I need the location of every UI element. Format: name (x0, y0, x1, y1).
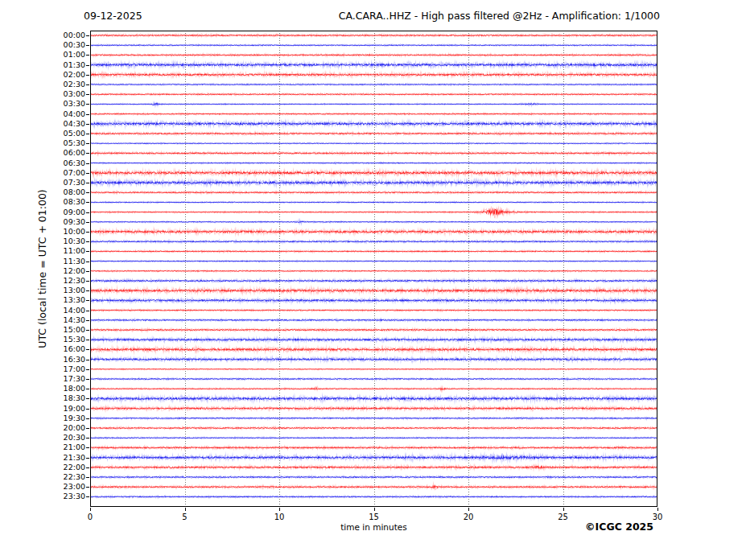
y-tick-mark (86, 143, 89, 144)
y-tick-mark (86, 496, 89, 497)
y-tick-mark (86, 300, 89, 301)
y-tick-label: 19:00 (29, 405, 85, 413)
y-tick-mark (86, 340, 89, 340)
y-tick-mark (86, 477, 89, 478)
y-tick-label: 12:30 (29, 277, 85, 285)
y-tick-label: 00:30 (29, 41, 85, 49)
y-tick-mark (86, 251, 89, 252)
x-tick-mark (374, 508, 375, 511)
y-tick-mark (86, 369, 89, 370)
y-tick-mark (86, 389, 89, 389)
x-tick-label: 5 (173, 513, 197, 521)
y-tick-mark (86, 379, 89, 380)
y-tick-label: 01:00 (29, 51, 85, 59)
y-tick-mark (86, 35, 89, 36)
x-tick-mark (657, 508, 658, 511)
y-tick-label: 07:30 (29, 179, 85, 187)
y-tick-mark (86, 320, 89, 321)
y-tick-label: 02:00 (29, 71, 85, 79)
y-tick-label: 04:30 (29, 120, 85, 128)
x-tick-label: 10 (267, 513, 291, 521)
y-tick-label: 10:30 (29, 237, 85, 245)
x-tick-mark (185, 508, 186, 511)
plot-title: CA.CARA..HHZ - High pass filtered @2Hz -… (339, 10, 660, 22)
y-tick-mark (86, 271, 89, 272)
y-tick-label: 22:30 (29, 473, 85, 481)
x-tick-label: 20 (456, 513, 480, 521)
y-tick-mark (86, 94, 89, 95)
x-axis-label: time in minutes (90, 522, 657, 532)
y-tick-label: 16:30 (29, 356, 85, 364)
y-tick-label: 13:30 (29, 296, 85, 304)
x-tick-label: 0 (78, 513, 102, 521)
y-tick-mark (86, 55, 89, 56)
y-tick-label: 22:00 (29, 463, 85, 471)
y-tick-label: 08:30 (29, 198, 85, 206)
y-tick-mark (86, 202, 89, 203)
date-label: 09-12-2025 (84, 10, 142, 22)
y-tick-label: 18:00 (29, 385, 85, 393)
y-tick-label: 02:30 (29, 80, 85, 89)
y-tick-label: 17:30 (29, 375, 85, 383)
y-tick-mark (86, 458, 89, 459)
y-tick-mark (86, 447, 89, 448)
y-tick-mark (86, 124, 89, 125)
y-tick-label: 10:00 (29, 228, 85, 236)
y-tick-label: 01:30 (29, 61, 85, 69)
y-tick-mark (86, 232, 89, 233)
copyright-label: ©ICGC 2025 (585, 521, 653, 533)
y-tick-label: 07:00 (29, 169, 85, 177)
y-tick-label: 18:30 (29, 394, 85, 402)
y-tick-mark (86, 183, 89, 183)
y-tick-label: 00:00 (29, 31, 85, 39)
x-tick-mark (279, 508, 280, 511)
y-tick-label: 23:00 (29, 483, 85, 491)
y-tick-label: 15:30 (29, 336, 85, 344)
y-tick-mark (86, 163, 89, 164)
y-tick-label: 04:00 (29, 110, 85, 118)
y-tick-mark (86, 222, 89, 223)
y-tick-mark (86, 104, 89, 105)
y-tick-label: 11:30 (29, 257, 85, 266)
y-tick-label: 13:00 (29, 286, 85, 294)
y-tick-mark (86, 418, 89, 419)
y-tick-label: 03:30 (29, 100, 85, 108)
y-tick-mark (86, 212, 89, 213)
y-tick-label: 20:00 (29, 424, 85, 432)
y-tick-label: 05:00 (29, 130, 85, 138)
y-tick-label: 17:00 (29, 365, 85, 373)
y-tick-mark (86, 487, 89, 488)
y-tick-label: 14:00 (29, 307, 85, 315)
x-tick-mark (90, 508, 91, 511)
y-tick-label: 16:00 (29, 345, 85, 353)
x-tick-label: 25 (551, 513, 575, 521)
y-tick-mark (86, 330, 89, 331)
y-tick-label: 21:30 (29, 454, 85, 462)
helicorder-page: 09-12-2025 CA.CARA..HHZ - High pass filt… (0, 0, 746, 560)
y-tick-label: 09:30 (29, 218, 85, 226)
y-tick-mark (86, 311, 89, 311)
y-tick-mark (86, 241, 89, 242)
y-tick-label: 19:30 (29, 414, 85, 422)
y-tick-label: 14:30 (29, 316, 85, 324)
seismogram-traces-canvas (90, 31, 657, 507)
y-tick-label: 06:00 (29, 149, 85, 157)
y-tick-mark (86, 45, 89, 46)
y-tick-mark (86, 84, 89, 85)
y-tick-mark (86, 153, 89, 154)
y-tick-mark (86, 65, 89, 66)
y-tick-mark (86, 114, 89, 115)
y-tick-mark (86, 409, 89, 410)
x-tick-mark (563, 508, 564, 511)
y-tick-label: 23:30 (29, 492, 85, 500)
y-tick-mark (86, 192, 89, 193)
y-tick-mark (86, 281, 89, 282)
y-tick-label: 08:00 (29, 188, 85, 196)
y-tick-mark (86, 398, 89, 399)
y-tick-label: 03:00 (29, 90, 85, 98)
y-tick-mark (86, 360, 89, 360)
y-tick-mark (86, 428, 89, 429)
y-tick-mark (86, 173, 89, 174)
y-tick-label: 11:00 (29, 247, 85, 255)
y-tick-label: 20:30 (29, 434, 85, 442)
